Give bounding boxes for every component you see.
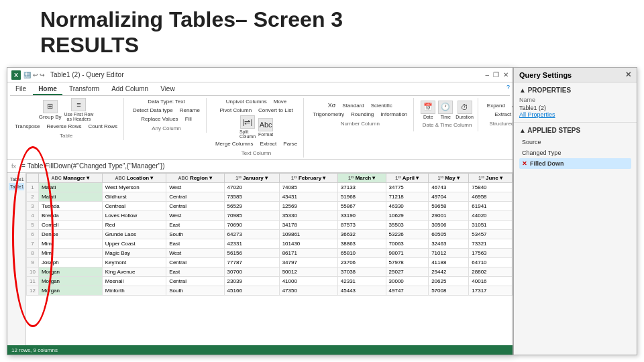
table-cell: 50012 <box>279 267 337 277</box>
table-cell: East <box>166 239 224 249</box>
query-item-table1-2[interactable]: Table1 (2) <box>9 183 24 190</box>
extract-values-button[interactable]: Extract Values <box>492 111 513 118</box>
col-header-june[interactable]: 1²³ June ▾ <box>469 174 513 183</box>
table-row[interactable]: 5CornellRedEast7069034178875733550330506… <box>27 221 513 230</box>
split-column-button[interactable]: |⇌| SplitColumn <box>239 115 256 139</box>
fill-button[interactable]: Fill <box>183 115 194 123</box>
merge-columns-button[interactable]: Merge Columns <box>213 140 255 147</box>
standard-button[interactable]: Standard <box>340 102 366 109</box>
close-button[interactable]: ✕ <box>503 71 508 78</box>
data-type-button[interactable]: Data Type: Text <box>146 98 186 105</box>
table-row[interactable]: 12MorganMinforthSouth4516647350454434974… <box>27 286 513 296</box>
table-cell: Denise <box>38 230 102 239</box>
table-row[interactable]: 10MorganKing AvenueEast30700500123703825… <box>27 267 513 277</box>
unpivot-button[interactable]: Unpivot Columns <box>224 98 269 105</box>
format-icon: Abc <box>258 118 273 131</box>
table-row[interactable]: 9JosephKeymontCentral7778734797237065797… <box>27 258 513 267</box>
col-header-may[interactable]: 1²³ May ▾ <box>429 174 469 183</box>
minimize-button[interactable]: – <box>485 71 489 78</box>
detect-type-button[interactable]: Detect Data type <box>131 107 175 114</box>
use-first-row-button[interactable]: ≡ Use First Rowas Headers <box>64 98 93 121</box>
ribbon-group-structured: Expand Aggregate Extract Values Structur… <box>482 98 513 131</box>
table-cell: 86171 <box>279 249 337 258</box>
transpose-button[interactable]: Transpose <box>13 123 42 130</box>
rename-button[interactable]: Rename <box>178 107 202 114</box>
table-cell: 29001 <box>429 211 469 221</box>
table-row[interactable]: 1MalatiWest MyersonWest47020740853713334… <box>27 183 513 192</box>
format-button[interactable]: Abc Format <box>258 118 273 137</box>
convert-list-button[interactable]: Convert to List <box>256 107 295 114</box>
table-cell: 38863 <box>337 239 386 249</box>
reverse-rows-button[interactable]: Reverse Rows <box>45 123 84 130</box>
col-header-february[interactable]: 1²³ February ▾ <box>279 174 337 183</box>
data-area[interactable]: ABC Manager ▾ ABC Location ▾ ABC Region … <box>26 173 513 345</box>
rounding-button[interactable]: Rounding <box>349 111 376 118</box>
replace-values-button[interactable]: Replace Values <box>139 115 180 123</box>
title-bar: X 🔙 ↩ ↪ Table1 (2) - Query Editor – ❐ ✕ <box>7 68 513 82</box>
table-cell: West <box>166 211 224 221</box>
tab-home[interactable]: Home <box>33 84 62 95</box>
move-button[interactable]: Move <box>272 98 289 105</box>
col-header-location[interactable]: ABC Location ▾ <box>102 174 166 183</box>
group-by-button[interactable]: ⊞ Group By <box>39 100 62 120</box>
restore-button[interactable]: ❐ <box>493 71 499 78</box>
pivot-column-button[interactable]: Pivot Column <box>218 107 254 114</box>
numbercolumn-group-label: Number Column <box>341 121 380 127</box>
qs-all-properties-link[interactable]: All Properties <box>519 111 631 118</box>
qs-step-source[interactable]: Source <box>519 137 631 147</box>
table-cell: West <box>166 249 224 258</box>
qs-step-source-label: Source <box>522 139 541 145</box>
col-header-region[interactable]: ABC Region ▾ <box>166 174 224 183</box>
table-cell: Morgan <box>38 267 102 277</box>
trigonometry-button[interactable]: Trigonometry <box>311 111 346 118</box>
col-header-january[interactable]: 1²³ January ▾ <box>224 174 279 183</box>
table-cell: 75840 <box>469 183 513 192</box>
table-row[interactable]: 2MalatiGildhurstCentral73585434315196871… <box>27 192 513 202</box>
scientific-button[interactable]: Scientific <box>369 102 394 109</box>
tab-file[interactable]: File <box>10 84 32 95</box>
textcolumn-group-label: Text Column <box>241 150 271 156</box>
table-cell: 9 <box>27 258 39 267</box>
qs-step-filled-down[interactable]: ✕ Filled Down <box>519 158 631 169</box>
table-cell: Morgan <box>38 286 102 296</box>
table-cell: 7 <box>27 239 39 249</box>
col-header-manager[interactable]: ABC Manager ▾ <box>38 174 102 183</box>
table-row[interactable]: 4BrendaLoves HollowWest70985353303319010… <box>27 211 513 221</box>
table-cell: Mimi <box>38 239 102 249</box>
duration-button[interactable]: ⏱ Duration <box>455 101 473 119</box>
tab-transform[interactable]: Transform <box>64 84 105 95</box>
table-cell: 33190 <box>337 211 386 221</box>
table-row[interactable]: 7MimiUpper CoastEast42331101430388637006… <box>27 239 513 249</box>
statistics-button[interactable]: Xσ <box>326 101 338 109</box>
table-cell: 42331 <box>337 277 386 286</box>
extract-button[interactable]: Extract <box>258 140 278 147</box>
parse-button[interactable]: Parse <box>281 140 299 147</box>
title-bar-left: X 🔙 ↩ ↪ Table1 (2) - Query Editor <box>11 70 124 80</box>
date-button[interactable]: 📅 Date <box>421 101 435 119</box>
help-icon[interactable]: ? <box>506 84 510 95</box>
title-bar-quick-access: 🔙 ↩ ↪ <box>23 72 45 78</box>
editor-main: Table1 Table1 (2) ABC Manager ▾ ABC Loca… <box>7 173 513 345</box>
qs-close-button[interactable]: ✕ <box>625 70 631 79</box>
expand-button[interactable]: Expand <box>485 102 507 109</box>
table-row[interactable]: 8MimiMagic BayWest5615686171658109807171… <box>27 249 513 258</box>
col-header-april[interactable]: 1²³ April ▾ <box>386 174 429 183</box>
datetime-row1: 📅 Date 🕐 Time ⏱ Duration <box>421 101 473 119</box>
table-row[interactable]: 11MorganMosnallCentral230394100042331300… <box>27 277 513 286</box>
time-button[interactable]: 🕐 Time <box>438 101 453 119</box>
table-row[interactable]: 3TuondaCentrealCentral565291256955867463… <box>27 202 513 211</box>
information-button[interactable]: Information <box>378 111 409 118</box>
table-cell: Mosnall <box>102 277 166 286</box>
tab-view[interactable]: View <box>155 84 180 95</box>
query-item-table1[interactable]: Table1 <box>9 176 24 183</box>
qs-step-changed-type[interactable]: Changed Type <box>519 147 631 158</box>
anycolumn-group-label: Any Column <box>152 125 181 131</box>
col-header-march[interactable]: 1²³ March ▾ <box>337 174 386 183</box>
status-bar: 12 rows, 9 columns <box>7 345 513 355</box>
table-row[interactable]: 6DeniseGrunde LaosSouth64273109861366325… <box>27 230 513 239</box>
table-cell: Magic Bay <box>102 249 166 258</box>
count-rows-button[interactable]: Count Rows <box>87 123 120 130</box>
table-cell: West Myerson <box>102 183 166 192</box>
qs-title-bar: Query Settings ✕ <box>514 68 637 82</box>
tab-add-column[interactable]: Add Column <box>106 84 154 95</box>
